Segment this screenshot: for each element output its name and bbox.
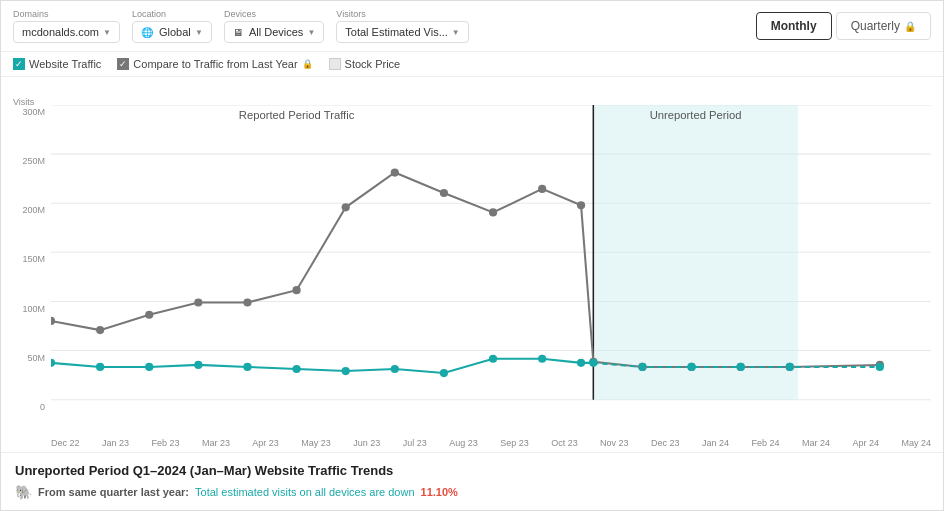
svg-point-22	[577, 201, 585, 209]
website-traffic-checkbox[interactable]: ✓	[13, 58, 25, 70]
y-label-100m: 100M	[13, 304, 45, 314]
domains-value: mcdonalds.com	[22, 26, 99, 38]
x-label-apr24: Apr 24	[852, 438, 879, 448]
visitors-label: Visitors	[336, 9, 468, 19]
x-label-feb23: Feb 23	[151, 438, 179, 448]
svg-point-11	[51, 317, 55, 325]
monthly-button[interactable]: Monthly	[756, 12, 832, 40]
x-label-oct23: Oct 23	[551, 438, 578, 448]
quarterly-label: Quarterly	[851, 19, 900, 33]
svg-text:Unreported Period: Unreported Period	[650, 109, 742, 121]
stock-price-label: Stock Price	[345, 58, 401, 70]
compare-traffic-label: Compare to Traffic from Last Year	[133, 58, 297, 70]
x-label-mar23: Mar 23	[202, 438, 230, 448]
svg-text:Reported Period Traffic: Reported Period Traffic	[239, 109, 355, 121]
summary-from-label: From same quarter last year:	[38, 486, 189, 498]
x-label-mar24: Mar 24	[802, 438, 830, 448]
domains-select[interactable]: mcdonalds.com ▼	[13, 21, 120, 43]
location-select[interactable]: 🌐 Global ▼	[132, 21, 212, 43]
x-label-may24: May 24	[901, 438, 931, 448]
summary-title: Unreported Period Q1–2024 (Jan–Mar) Webs…	[15, 463, 929, 478]
website-traffic-label: Website Traffic	[29, 58, 101, 70]
summary-description: Total estimated visits on all devices ar…	[195, 486, 415, 498]
x-axis: Dec 22 Jan 23 Feb 23 Mar 23 Apr 23 May 2…	[51, 438, 931, 448]
svg-point-20	[489, 208, 497, 216]
svg-point-33	[243, 363, 251, 371]
toolbar: Domains mcdonalds.com ▼ Location 🌐 Globa…	[1, 1, 943, 52]
location-label: Location	[132, 9, 212, 19]
svg-point-13	[145, 311, 153, 319]
monitor-icon: 🖥	[233, 27, 243, 38]
domains-label: Domains	[13, 9, 120, 19]
y-axis: 300M 250M 200M 150M 100M 50M 0	[13, 107, 45, 412]
chevron-down-icon: ▼	[103, 28, 111, 37]
svg-point-39	[538, 355, 546, 363]
x-label-feb24: Feb 24	[752, 438, 780, 448]
y-label-200m: 200M	[13, 205, 45, 215]
globe-icon: 🌐	[141, 27, 153, 38]
period-buttons: Monthly Quarterly 🔒	[756, 12, 931, 40]
x-label-may23: May 23	[301, 438, 331, 448]
svg-point-34	[292, 365, 300, 373]
svg-point-37	[440, 369, 448, 377]
svg-point-35	[342, 367, 350, 375]
teal-line-solid	[51, 359, 593, 373]
quarterly-button[interactable]: Quarterly 🔒	[836, 12, 931, 40]
svg-point-17	[342, 203, 350, 211]
legend-website-traffic[interactable]: ✓ Website Traffic	[13, 58, 101, 70]
location-value: Global	[159, 26, 191, 38]
x-label-dec22: Dec 22	[51, 438, 80, 448]
x-label-jan23: Jan 23	[102, 438, 129, 448]
x-label-apr23: Apr 23	[252, 438, 279, 448]
svg-point-30	[96, 363, 104, 371]
summary-row: 🐘 From same quarter last year: Total est…	[15, 484, 929, 500]
svg-point-31	[145, 363, 153, 371]
svg-point-14	[194, 298, 202, 306]
svg-point-46	[876, 363, 884, 371]
devices-value: All Devices	[249, 26, 303, 38]
x-label-nov23: Nov 23	[600, 438, 629, 448]
devices-label: Devices	[224, 9, 324, 19]
legend: ✓ Website Traffic ✓ Compare to Traffic f…	[1, 52, 943, 77]
svg-point-16	[292, 286, 300, 294]
location-filter: Location 🌐 Global ▼	[132, 9, 212, 43]
lock-icon: 🔒	[904, 21, 916, 32]
chart-svg: Reported Period Traffic Unreported Perio…	[51, 105, 931, 402]
y-axis-title: Visits	[13, 97, 34, 107]
y-label-150m: 150M	[13, 254, 45, 264]
svg-point-40	[577, 359, 585, 367]
svg-point-38	[489, 355, 497, 363]
y-label-50m: 50M	[13, 353, 45, 363]
domains-filter: Domains mcdonalds.com ▼	[13, 9, 120, 43]
visitors-select[interactable]: Total Estimated Vis... ▼	[336, 21, 468, 43]
stock-price-checkbox[interactable]	[329, 58, 341, 70]
svg-point-45	[786, 363, 794, 371]
svg-point-18	[391, 168, 399, 176]
svg-point-12	[96, 326, 104, 334]
visitors-filter: Visitors Total Estimated Vis... ▼	[336, 9, 468, 43]
legend-compare-traffic[interactable]: ✓ Compare to Traffic from Last Year 🔒	[117, 58, 312, 70]
y-label-300m: 300M	[13, 107, 45, 117]
y-label-250m: 250M	[13, 156, 45, 166]
svg-point-15	[243, 298, 251, 306]
lock-icon: 🔒	[302, 59, 313, 69]
devices-select[interactable]: 🖥 All Devices ▼	[224, 21, 324, 43]
x-label-dec23: Dec 23	[651, 438, 680, 448]
svg-point-21	[538, 185, 546, 193]
svg-point-44	[737, 363, 745, 371]
svg-point-29	[51, 359, 55, 367]
compare-traffic-checkbox[interactable]: ✓	[117, 58, 129, 70]
svg-point-32	[194, 361, 202, 369]
x-label-jun23: Jun 23	[353, 438, 380, 448]
svg-point-42	[638, 363, 646, 371]
chevron-down-icon: ▼	[307, 28, 315, 37]
chart-area: Visits 300M 250M 200M 150M 100M 50M 0 Re…	[1, 77, 943, 452]
y-label-0: 0	[13, 402, 45, 412]
legend-stock-price[interactable]: Stock Price	[329, 58, 401, 70]
svg-point-36	[391, 365, 399, 373]
x-label-jan24: Jan 24	[702, 438, 729, 448]
svg-rect-7	[593, 105, 798, 400]
x-label-aug23: Aug 23	[449, 438, 478, 448]
devices-filter: Devices 🖥 All Devices ▼	[224, 9, 324, 43]
x-label-jul23: Jul 23	[403, 438, 427, 448]
